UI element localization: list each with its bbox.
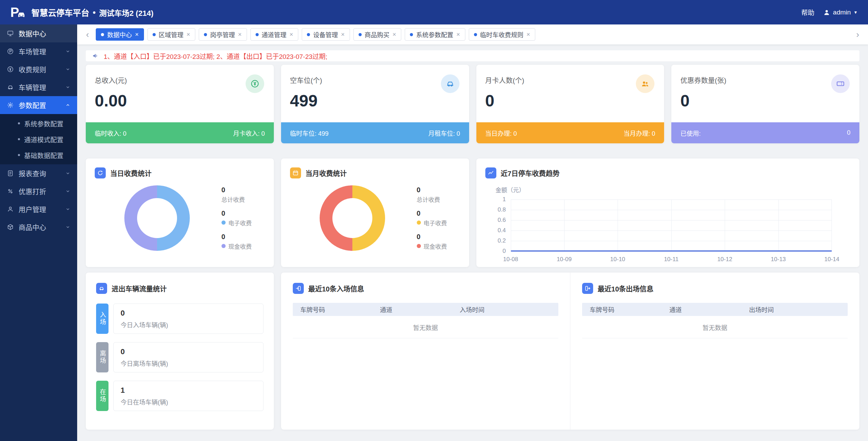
stat-label: 优惠券数量(张) — [680, 75, 850, 85]
dot-icon — [410, 33, 413, 36]
gridline — [511, 210, 832, 210]
help-link[interactable]: 帮助 — [801, 8, 814, 17]
tab-product-buy[interactable]: 商品购买 × — [353, 28, 402, 41]
sidebar-subitem-system-param[interactable]: 系统参数配置 — [0, 115, 77, 131]
flow-row-entry: 入场 0 今日入场车辆(辆) — [96, 304, 264, 334]
sidebar: 数据中心 车场管理 收费规则 车辆管理 参数配置 系统参数配置 — [0, 24, 77, 441]
sidebar-item-label: 数据中心 — [19, 29, 46, 39]
empty-state: 暂无数据 — [582, 316, 848, 338]
empty-state: 暂无数据 — [293, 316, 558, 338]
x-tick: 10-09 — [557, 256, 571, 263]
stat-footer-right: 0 — [847, 129, 850, 136]
tab-label: 系统参数配置 — [416, 30, 453, 39]
close-icon[interactable]: × — [135, 31, 139, 38]
person-icon — [7, 206, 14, 213]
sidebar-subitem-channel-mode[interactable]: 通道模式配置 — [0, 131, 77, 147]
close-icon[interactable]: × — [341, 31, 345, 38]
dot-icon — [307, 33, 310, 36]
tab-booth-mgmt[interactable]: 岗亭管理 × — [199, 28, 247, 41]
sidebar-item-report-query[interactable]: 报表查询 — [0, 164, 77, 182]
chevron-down-icon — [65, 85, 70, 90]
sidebar-item-param-config[interactable]: 参数配置 — [0, 96, 77, 114]
sidebar-item-fee-rules[interactable]: 收费规则 — [0, 60, 77, 78]
col-channel: 通道 — [372, 305, 452, 314]
stat-footer-left: 已使用: — [680, 129, 701, 137]
dot-icon — [204, 33, 207, 36]
sidebar-item-vehicle-mgmt[interactable]: 车辆管理 — [0, 78, 77, 96]
stat-value: 0.00 — [95, 91, 265, 110]
close-icon[interactable]: × — [456, 31, 460, 38]
ticket-icon — [831, 74, 850, 93]
close-icon[interactable]: × — [393, 31, 396, 38]
chevron-down-icon — [65, 207, 70, 212]
bullet-icon — [18, 138, 20, 140]
stat-footer: 已使用: 0 — [671, 122, 859, 143]
gridline — [618, 199, 618, 251]
dot-icon — [256, 33, 259, 36]
tab-label: 岗亭管理 — [210, 30, 235, 39]
sidebar-item-product-center[interactable]: 商品中心 — [0, 218, 77, 236]
table-header-row: 车牌号码 通道 入场时间 — [293, 303, 558, 316]
y-tick: 0.6 — [491, 217, 506, 224]
recent-records-panel: 最近10条入场信息 车牌号码 通道 入场时间 暂无数据 — [281, 273, 859, 430]
exit-icon — [582, 283, 593, 294]
sidebar-item-data-center[interactable]: 数据中心 — [0, 24, 77, 42]
dot-icon — [474, 33, 477, 36]
panel-title: 当月收费统计 — [306, 168, 347, 178]
tab-channel-mgmt[interactable]: 通道管理 × — [250, 28, 299, 41]
gridline — [778, 199, 779, 251]
tab-area-mgmt[interactable]: 区域管理 × — [147, 28, 196, 41]
panel-title: 当日收费统计 — [110, 168, 152, 178]
monitor-icon — [7, 30, 14, 37]
tab-temp-fee-rule[interactable]: 临时车收费规则 × — [469, 28, 536, 41]
user-menu[interactable]: admin ▼ — [823, 9, 858, 16]
close-icon[interactable]: × — [290, 31, 293, 38]
sidebar-item-label: 车辆管理 — [19, 82, 46, 92]
stat-footer-left: 临时车位: 499 — [290, 129, 329, 137]
gridline — [831, 199, 832, 251]
trend-panel: 近7日停车收费趋势 金额（元） — [476, 158, 860, 267]
x-tick: 10-12 — [717, 256, 732, 263]
username: admin — [833, 9, 851, 16]
daily-fee-donut — [124, 185, 190, 251]
yuan-icon — [7, 66, 14, 73]
gridline — [511, 241, 832, 241]
tabs-scroll-left[interactable]: ‹ — [83, 29, 92, 40]
car-logo-icon — [18, 11, 27, 18]
dot-icon — [417, 220, 421, 225]
vehicle-flow-panel: 进出车辆流量统计 入场 0 今日入场车辆(辆) 离场 0 今日离场车辆(辆 — [86, 273, 274, 430]
param-config-submenu: 系统参数配置 通道模式配置 基础数据配置 — [0, 114, 77, 164]
sidebar-item-discount[interactable]: 优惠打折 — [0, 182, 77, 200]
tab-device-mgmt[interactable]: 设备管理 × — [302, 28, 350, 41]
entry-tag: 入场 — [96, 304, 108, 334]
sidebar-subitem-basic-data[interactable]: 基础数据配置 — [0, 147, 77, 163]
sidebar-item-label: 优惠打折 — [19, 186, 46, 196]
tab-data-center[interactable]: 数据中心 × — [96, 28, 144, 41]
panel-title: 进出车辆流量统计 — [112, 284, 167, 294]
people-icon — [636, 74, 654, 93]
gear-icon — [7, 102, 14, 109]
entry-records-panel: 最近10条入场信息 车牌号码 通道 入场时间 暂无数据 — [281, 273, 570, 430]
dot-icon — [101, 33, 104, 36]
sidebar-item-label: 车场管理 — [19, 47, 46, 57]
close-icon[interactable]: × — [238, 31, 242, 38]
inside-count-box: 1 今日在场车辆(辆) — [113, 381, 264, 411]
stat-footer: 临时车位: 499 月租车位: 0 — [281, 122, 469, 143]
sidebar-item-user-mgmt[interactable]: 用户管理 — [0, 200, 77, 218]
stat-footer-right: 月租车位: 0 — [428, 129, 460, 137]
dot-icon — [359, 33, 362, 36]
car-icon — [96, 283, 107, 294]
monthly-fee-panel: 当月收费统计 0 总计收费 0 电子收费 — [281, 158, 469, 267]
legend-total: 0 总计收费 — [417, 186, 447, 204]
close-icon[interactable]: × — [527, 31, 530, 38]
percent-icon — [7, 188, 14, 195]
stat-value: 499 — [290, 91, 460, 110]
parking-lot-name: 测试车场2 (214) — [99, 7, 154, 18]
sidebar-item-parking-mgmt[interactable]: 车场管理 — [0, 42, 77, 60]
panel-title: 最近10条入场信息 — [308, 284, 364, 294]
stat-card-empty-spaces: 空车位(个) 499 临时车位: 499 月租车位: 0 — [281, 65, 469, 143]
close-icon[interactable]: × — [187, 31, 190, 38]
tabs-scroll-right[interactable]: › — [854, 29, 862, 40]
stat-footer: 当日办理: 0 当月办理: 0 — [476, 122, 664, 143]
tab-system-param[interactable]: 系统参数配置 × — [405, 28, 465, 41]
